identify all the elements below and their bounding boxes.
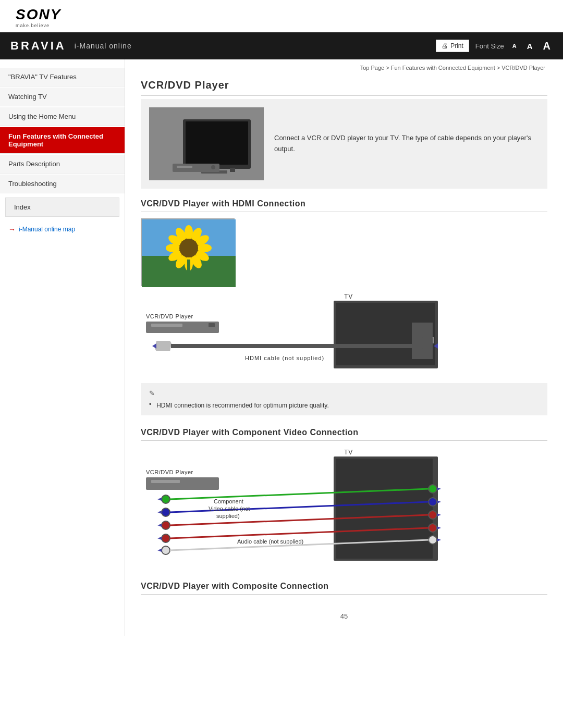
hdmi-diagram: TV VCR/DVD Player (141, 291, 547, 377)
sidebar-item-fun-features[interactable]: Fun Features with Connected Equipment (0, 127, 125, 154)
component-section-title: VCR/DVD Player with Component Video Conn… (141, 428, 547, 441)
main-container: "BRAVIA" TV Features Watching TV Using t… (0, 59, 563, 636)
breadcrumb: Top Page > Fun Features with Connected E… (141, 65, 547, 71)
hdmi-note: • HDMI connection is recommended for opt… (149, 401, 539, 410)
intro-image (149, 107, 264, 180)
font-small-button[interactable]: A (510, 42, 519, 50)
composite-section: VCR/DVD Player with Composite Connection (141, 582, 547, 595)
breadcrumb-sep1: > (386, 65, 390, 71)
bravia-wordmark: BRAVIA (10, 39, 66, 53)
svg-marker-62 (157, 498, 162, 501)
note-pencil-icon: ✎ (149, 389, 155, 397)
svg-point-23 (179, 239, 198, 257)
svg-marker-36 (152, 343, 156, 349)
arrow-right-icon: → (8, 225, 16, 233)
nav-right-controls: 🖨 Print Font Size A A A (436, 39, 553, 53)
svg-text:supplied): supplied) (216, 513, 240, 519)
svg-text:VCR/DVD Player: VCR/DVD Player (146, 469, 193, 475)
sony-logo: SONY make.believe (16, 6, 547, 28)
hdmi-connection-svg: TV VCR/DVD Player (141, 291, 547, 375)
svg-point-58 (162, 508, 170, 516)
hdmi-note-section: ✎ • HDMI connection is recommended for o… (141, 383, 547, 415)
svg-point-44 (429, 485, 437, 493)
svg-rect-31 (146, 322, 219, 333)
breadcrumb-current: VCR/DVD Player (501, 65, 545, 71)
hdmi-note-text: HDMI connection is recommended for optim… (156, 401, 329, 410)
sidebar-item-troubleshooting[interactable]: Troubleshooting (0, 175, 125, 193)
print-button[interactable]: 🖨 Print (436, 40, 469, 52)
printer-icon: 🖨 (442, 42, 448, 50)
svg-marker-50 (437, 500, 441, 503)
component-connection-svg: TV (141, 447, 547, 567)
page-title: VCR/DVD Player (141, 79, 547, 96)
intro-section: Connect a VCR or DVD player to your TV. … (141, 99, 547, 189)
breadcrumb-sep2: > (497, 65, 501, 71)
content-area: Top Page > Fun Features with Connected E… (125, 59, 563, 636)
component-section: VCR/DVD Player with Component Video Conn… (141, 428, 547, 569)
svg-point-60 (162, 534, 170, 542)
svg-rect-55 (146, 477, 219, 490)
sony-wordmark: SONY (16, 6, 61, 23)
top-header: SONY make.believe (0, 0, 563, 32)
svg-marker-66 (157, 549, 162, 552)
svg-point-57 (162, 495, 170, 503)
svg-text:HDMI cable (not supplied): HDMI cable (not supplied) (245, 355, 324, 361)
svg-marker-65 (157, 537, 162, 540)
font-large-button[interactable]: A (541, 39, 553, 53)
sidebar-item-home-menu[interactable]: Using the Home Menu (0, 107, 125, 126)
svg-text:VCR/DVD Player: VCR/DVD Player (146, 313, 193, 319)
imanual-label: i-Manual online (75, 42, 132, 50)
hdmi-section-title: VCR/DVD Player with HDMI Connection (141, 199, 547, 212)
svg-rect-37 (171, 344, 421, 348)
svg-point-45 (429, 498, 437, 506)
svg-marker-49 (437, 487, 441, 490)
svg-point-48 (429, 536, 437, 544)
svg-rect-4 (230, 168, 235, 172)
sidebar: "BRAVIA" TV Features Watching TV Using t… (0, 59, 125, 636)
svg-rect-56 (151, 480, 180, 483)
svg-marker-51 (437, 513, 441, 516)
svg-text:Component: Component (214, 498, 243, 504)
hdmi-section: VCR/DVD Player with HDMI Connection (141, 199, 547, 415)
svg-rect-38 (422, 337, 433, 349)
svg-marker-63 (157, 511, 162, 514)
breadcrumb-fun-features[interactable]: Fun Features with Connected Equipment (391, 65, 495, 71)
svg-marker-35 (155, 341, 172, 351)
sidebar-item-parts-description[interactable]: Parts Description (0, 155, 125, 174)
vcr-dvd-tv-illustration (152, 109, 261, 179)
svg-marker-64 (157, 524, 162, 527)
svg-rect-33 (209, 323, 215, 327)
svg-rect-32 (151, 324, 182, 327)
svg-rect-2 (186, 121, 248, 165)
sunflower-image (141, 218, 235, 286)
sony-tagline: make.believe (16, 23, 50, 28)
svg-marker-53 (437, 538, 441, 541)
svg-point-59 (162, 521, 170, 529)
svg-text:TV: TV (344, 449, 353, 456)
breadcrumb-top-page[interactable]: Top Page (360, 65, 384, 71)
svg-text:Audio cable (not supplied): Audio cable (not supplied) (237, 538, 303, 545)
svg-rect-6 (177, 166, 192, 168)
component-diagram: TV (141, 447, 547, 569)
font-medium-button[interactable]: A (525, 41, 535, 52)
svg-point-61 (162, 546, 170, 554)
sidebar-index[interactable]: Index (5, 198, 119, 217)
intro-text: Connect a VCR or DVD player to your TV. … (274, 133, 539, 155)
sidebar-item-bravia-features[interactable]: "BRAVIA" TV Features (0, 68, 125, 87)
bravia-logo-area: BRAVIA i-Manual online (10, 39, 132, 53)
svg-marker-52 (437, 526, 441, 529)
page-number: 45 (141, 607, 547, 620)
sidebar-item-watching-tv[interactable]: Watching TV (0, 88, 125, 106)
svg-text:Video cable (not: Video cable (not (209, 505, 250, 512)
svg-point-46 (429, 511, 437, 519)
svg-point-47 (429, 524, 437, 532)
font-size-label: Font Size (475, 42, 504, 50)
nav-bar: BRAVIA i-Manual online 🖨 Print Font Size… (0, 32, 563, 59)
imanual-map-link[interactable]: → i-Manual online map (0, 221, 125, 238)
svg-point-7 (211, 165, 215, 169)
composite-section-title: VCR/DVD Player with Composite Connection (141, 582, 547, 595)
svg-rect-24 (187, 260, 190, 280)
svg-text:TV: TV (344, 293, 353, 300)
